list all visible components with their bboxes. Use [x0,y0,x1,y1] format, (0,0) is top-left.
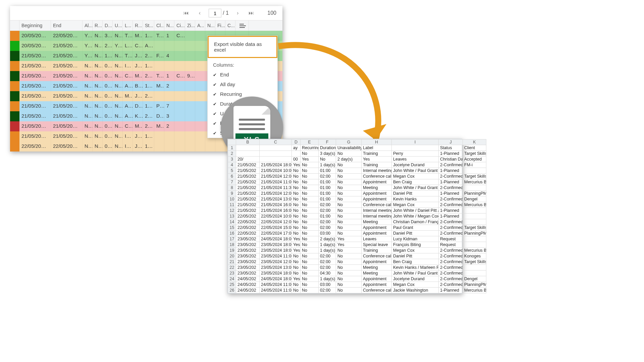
excel-cell[interactable]: No [301,236,319,242]
excel-cell[interactable]: No [336,168,362,174]
excel-cell[interactable]: 23/05/202 [236,236,260,242]
excel-cell[interactable]: Ben Craig [392,259,439,265]
excel-cell[interactable]: No [336,270,362,276]
excel-cell[interactable]: No [336,219,362,225]
excel-cell[interactable]: Meeting [362,265,392,270]
col-status[interactable]: St... [143,20,154,31]
excel-cell[interactable]: Yes [336,242,362,248]
excel-cell[interactable] [463,168,486,174]
excel-cell[interactable]: Target Skills [463,174,486,179]
excel-cell[interactable]: Yes [362,157,392,162]
excel-cell[interactable]: Jocelyne Durand [392,276,439,282]
excel-cell[interactable]: No [301,248,319,253]
excel-cell[interactable]: 22/05/2024 12:00 [260,219,292,225]
excel-row-number[interactable]: 6 [228,174,236,179]
excel-cell[interactable]: Leaves [362,236,392,242]
excel-header-cell[interactable]: Recurring [301,145,319,151]
excel-cell[interactable]: Mercurius Bu [463,202,486,208]
excel-cell[interactable]: 1-Planned [439,214,463,219]
excel-cell[interactable]: No [301,168,319,174]
excel-cell[interactable]: 23/05/2024 18:00 [260,242,292,248]
col-client[interactable]: Cl... [154,20,164,31]
excel-cell[interactable]: Mercurius Bu [463,288,486,293]
excel-cell[interactable]: 3 day(s) [319,151,336,157]
excel-cell[interactable]: 1-Planned [439,179,463,185]
excel-cell[interactable]: No [292,259,301,265]
excel-cell[interactable]: 2-Confirmed [439,174,463,179]
excel-cell[interactable] [292,151,301,157]
excel-row-number[interactable]: 22 [228,265,236,270]
excel-cell[interactable]: No [336,253,362,259]
excel-cell[interactable]: Konoges [463,253,486,259]
excel-row-number[interactable]: 11 [228,202,236,208]
excel-row-number[interactable]: 26 [228,288,236,293]
excel-cell[interactable]: No [301,179,319,185]
excel-cell[interactable]: No [301,276,319,282]
excel-cell[interactable]: No [301,288,319,293]
excel-cell[interactable]: John White / Megan Cox / Daniel [392,214,439,219]
excel-cell[interactable]: 23/05/202 [236,253,260,259]
excel-cell[interactable]: 2-Confirmed [439,185,463,191]
excel-cell[interactable]: 2-Confirmed [439,162,463,168]
excel-cell[interactable]: 02:00 [319,202,336,208]
excel-cell[interactable]: 24/05/202 [236,288,260,293]
excel-row-number[interactable]: 21 [228,259,236,265]
excel-cell[interactable]: Daniel Pitt [392,191,439,196]
excel-cell[interactable]: 21/05/202 [236,208,260,214]
excel-cell[interactable]: Yes [336,236,362,242]
col-beginning[interactable]: Beginning [19,20,51,31]
excel-cell[interactable]: 1-Planned [439,208,463,214]
excel-cell[interactable]: Yes [292,276,301,282]
excel-cell[interactable]: No [292,191,301,196]
excel-cell[interactable]: No [301,174,319,179]
excel-cell[interactable] [463,270,486,276]
column-toggle[interactable]: End [208,70,277,79]
excel-cell[interactable]: 23/05/202 [236,242,260,248]
excel-cell[interactable]: 01:00 [319,179,336,185]
excel-cell[interactable]: 21/05/2024 16:00 [260,208,292,214]
excel-cell[interactable]: 21/05/2024 16:00 [260,202,292,208]
excel-cell[interactable]: Perry [392,151,439,157]
col-city[interactable]: Ci... [174,20,185,31]
excel-cell[interactable]: 2 day(s) [319,236,336,242]
excel-cell[interactable] [463,208,486,214]
excel-cell[interactable]: Mercurius Bu [463,179,486,185]
col-recurring[interactable]: R... [93,20,103,31]
excel-col-letter[interactable]: C [260,139,292,145]
excel-cell[interactable]: Appointment [362,231,392,236]
excel-cell[interactable]: Leaves [392,157,439,162]
col-resource[interactable]: R... [133,20,143,31]
excel-header-cell[interactable]: Client [463,145,486,151]
excel-cell[interactable]: No [319,157,336,162]
excel-cell[interactable]: Conference call [362,253,392,259]
excel-cell[interactable]: No [336,248,362,253]
excel-cell[interactable]: No [301,219,319,225]
excel-col-letter[interactable]: J [439,139,463,145]
excel-cell[interactable]: Special leave [362,242,392,248]
excel-cell[interactable]: No [292,265,301,270]
excel-cell[interactable]: 23/05/202 [236,265,260,270]
excel-cell[interactable]: No [336,259,362,265]
excel-row-number[interactable]: 18 [228,242,236,248]
excel-cell[interactable]: 2-Confirmed [439,270,463,276]
excel-cell[interactable]: Appointment [362,196,392,202]
excel-cell[interactable]: 24/05/2024 11:00 [260,282,292,288]
excel-cell[interactable]: No [301,196,319,202]
excel-cell[interactable]: 2-Confirmed [439,282,463,288]
excel-cell[interactable]: Appointment [362,259,392,265]
excel-cell[interactable]: 21/05/202 [236,202,260,208]
excel-cell[interactable]: No [292,196,301,202]
excel-cell[interactable]: Target Skills [463,225,486,231]
excel-cell[interactable]: No [301,151,319,157]
excel-cell[interactable]: Daniel Pitt [392,253,439,259]
excel-cell[interactable]: 23/05/202 [236,248,260,253]
excel-cell[interactable]: 20/ [236,157,260,162]
excel-cell[interactable]: Request [439,236,463,242]
excel-cell[interactable]: No [336,208,362,214]
excel-cell[interactable]: Yes [292,162,301,168]
excel-cell[interactable]: No [292,225,301,231]
excel-cell[interactable]: 24/05/2024 18:00 [260,276,292,282]
excel-cell[interactable]: 2-Confirmed [439,248,463,253]
col-unavail[interactable]: U... [113,20,123,31]
excel-cell[interactable]: No [336,231,362,236]
